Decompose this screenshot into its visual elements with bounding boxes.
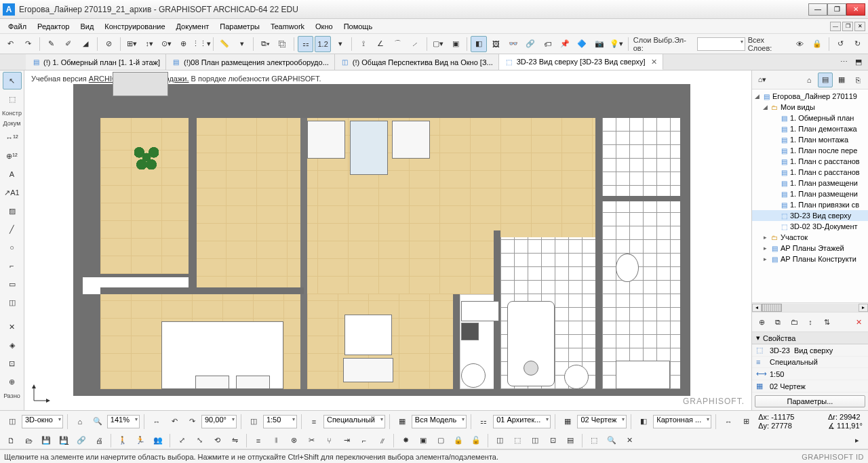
zoom-home-icon[interactable]: ⌂ <box>72 414 88 430</box>
3d-viewport[interactable]: Учебная версия ARCHICAD, не для продажи.… <box>24 71 751 410</box>
penset-select[interactable]: 02 Чертеж <box>577 415 627 428</box>
tree-item[interactable]: ⬚3D-02 3D-Документ <box>752 221 868 232</box>
save-icon[interactable]: 💾 <box>38 432 54 449</box>
scroll-left-icon[interactable]: ◂ <box>752 304 762 312</box>
tree-item-selected[interactable]: ⬚3D-23 Вид сверху <box>752 210 868 221</box>
redo-icon[interactable]: ↷ <box>20 36 35 52</box>
arrow-tool-icon[interactable]: ↖ <box>3 72 22 89</box>
tab-perspective[interactable]: ◫ (!) Общая Перспектива Вид на Окно [З..… <box>335 54 499 70</box>
circle-tool-icon[interactable]: ○ <box>3 239 22 256</box>
view-cube-icon[interactable]: ◫ <box>492 432 508 449</box>
dimension-icon[interactable]: ↔ <box>720 414 736 430</box>
level-tool-icon[interactable]: ⊕¹² <box>3 147 22 165</box>
hotlink-icon[interactable]: 🔗 <box>73 432 90 449</box>
nav-viewmap-icon[interactable]: ▤ <box>818 73 833 87</box>
menu-design[interactable]: Конструирование <box>99 21 170 32</box>
tree-item[interactable]: ▤1. Обмерный план <box>752 113 868 123</box>
section-tool-icon[interactable]: ◫ <box>3 294 22 311</box>
mdi-restore[interactable]: ❐ <box>842 22 853 31</box>
orbit-back-icon[interactable]: ↶ <box>166 414 182 430</box>
new-folder-icon[interactable]: 🗀 <box>787 315 801 329</box>
tree-myviews[interactable]: ◢🗀Мои виды <box>752 102 868 113</box>
mdi-close[interactable]: ✕ <box>854 22 865 31</box>
section-icon[interactable]: ◫ <box>527 432 543 449</box>
line-icon[interactable]: ⟋ <box>407 36 422 52</box>
reset-undo-icon[interactable]: ↺ <box>832 36 848 52</box>
adjust-icon[interactable]: ⇥ <box>338 432 355 449</box>
suspend-icon[interactable]: ⊘ <box>101 36 117 52</box>
mirror-icon[interactable]: ⇋ <box>226 432 243 449</box>
toolbox-group-more[interactable]: Разно <box>3 391 20 401</box>
tab-floorplan-1[interactable]: ▤ (!) 1. Обмерный план [1. 1-й этаж] <box>26 54 166 70</box>
tab-electrical[interactable]: ▤ (!)08 План размещения электрооборудо..… <box>166 54 335 70</box>
collab-icon[interactable]: 👥 <box>150 432 166 449</box>
penset-icon[interactable]: ▦ <box>559 414 576 430</box>
grid-tool-icon[interactable]: ⊕ <box>3 373 22 390</box>
new-icon[interactable]: 🗋 <box>3 432 19 449</box>
hotspot-tool-icon[interactable]: ✕ <box>3 318 22 336</box>
maximize-button[interactable]: ❐ <box>827 3 846 16</box>
cube-icon[interactable]: ◫ <box>4 414 20 430</box>
label-tool-icon[interactable]: ↗A1 <box>3 184 22 201</box>
findsel-icon[interactable]: 🔍 <box>604 432 620 449</box>
scroll-right-icon[interactable]: ▸ <box>859 304 868 312</box>
minimize-button[interactable]: — <box>808 3 827 16</box>
tree-item[interactable]: ▤1. План размещени <box>752 188 868 199</box>
override-icon[interactable]: ◧ <box>635 414 652 430</box>
navigator-tree[interactable]: ◢▤Егорова_Лайнер 270119 ◢🗀Мои виды ▤1. О… <box>752 89 868 302</box>
delete-icon[interactable]: ✕ <box>852 315 865 329</box>
nav-map-icon[interactable]: ⌂ <box>802 73 816 87</box>
change-tool-icon[interactable]: ⊡ <box>3 355 22 372</box>
orbit-fwd-icon[interactable]: ↷ <box>184 414 200 430</box>
rotate-icon[interactable]: ⟲ <box>209 432 225 449</box>
tab-nav-icon[interactable]: ⬒ <box>852 56 865 68</box>
walk-icon[interactable]: 🚶 <box>115 432 131 449</box>
tree-item[interactable]: ▤1. План с расстанов <box>752 167 868 178</box>
toggle-panel-icon[interactable]: ▸ <box>849 432 865 449</box>
tree-item[interactable]: ▤1. План монтажа <box>752 134 868 145</box>
pin-icon[interactable]: 📌 <box>557 36 572 52</box>
undo-icon[interactable]: ↶ <box>3 36 18 52</box>
render-icon[interactable]: 🖼 <box>488 36 504 52</box>
snap-point-icon[interactable]: ⊙▾ <box>159 36 174 52</box>
close-button[interactable]: ✕ <box>846 3 865 16</box>
toolbox-group-document[interactable]: Докум <box>3 119 21 128</box>
menu-file[interactable]: Файл <box>3 21 32 32</box>
tree-group[interactable]: ▸🗀Участок <box>752 232 868 243</box>
link-icon[interactable]: 🔗 <box>522 36 538 52</box>
dimension-tool-icon[interactable]: ↔¹² <box>3 129 22 146</box>
trace-ref-icon[interactable]: ⿻ <box>275 36 290 52</box>
reset-redo-icon[interactable]: ↻ <box>850 36 865 52</box>
explode-icon[interactable]: ✸ <box>397 432 414 449</box>
trim-icon[interactable]: ✂ <box>303 432 319 449</box>
nav-layout-icon[interactable]: ▦ <box>834 73 849 87</box>
model-select[interactable]: Вся Модель <box>412 415 467 428</box>
colorfill-icon[interactable]: ◧ <box>471 36 486 52</box>
morph-icon[interactable]: 🔷 <box>574 36 590 52</box>
elevation-icon[interactable]: ▾ <box>234 36 250 52</box>
angle-select[interactable]: 90,00° <box>201 415 237 428</box>
ungroup-icon[interactable]: ▢ <box>433 432 449 449</box>
pick-icon[interactable]: ✎ <box>43 36 59 52</box>
measure-icon[interactable]: ⟟ <box>355 36 371 52</box>
tree-item[interactable]: ▤1. План размещени <box>752 178 868 188</box>
properties-button[interactable]: Параметры... <box>755 395 865 407</box>
zone-tool-icon[interactable]: ◈ <box>3 336 22 354</box>
doc3d-icon[interactable]: ⬚ <box>509 432 526 449</box>
tab-3d-top[interactable]: ⬚ 3D-23 Вид сверху [3D-23 Вид сверху] ✕ <box>499 54 663 70</box>
lock-icon[interactable]: 🔒 <box>809 36 825 52</box>
tag-icon[interactable]: 🏷 <box>540 36 555 52</box>
tree-root[interactable]: ◢▤Егорова_Лайнер 270119 <box>752 91 868 102</box>
menu-document[interactable]: Документ <box>171 21 215 32</box>
model-icon[interactable]: ▦ <box>394 414 410 430</box>
align-icon[interactable]: ≡ <box>250 432 267 449</box>
move-up-icon[interactable]: ↕ <box>804 315 817 329</box>
tree-item[interactable]: ▤1. План с расстанов <box>752 156 868 167</box>
layer-sel-select[interactable] <box>697 37 745 51</box>
tree-item[interactable]: ▤1. План после пере <box>752 145 868 156</box>
edit-box-icon[interactable]: ▣ <box>448 36 463 52</box>
highlight-icon[interactable]: ◢ <box>77 36 93 52</box>
scroll-thumb[interactable] <box>762 304 782 312</box>
offset-icon[interactable]: ⫽ <box>374 432 390 449</box>
inject-icon[interactable]: ✐ <box>60 36 76 52</box>
